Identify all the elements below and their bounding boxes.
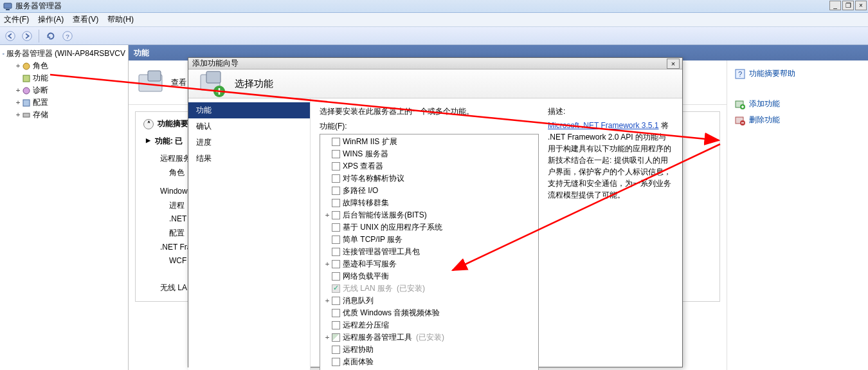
feature-checkbox[interactable] [332,199,340,207]
feature-label: 无线 LAN 服务 [343,283,393,294]
forward-icon[interactable] [21,30,33,42]
add-icon [735,99,745,109]
feature-label: 远程差分压缩 [343,320,389,331]
feature-label: WINS 服务器 [343,149,388,160]
toolbar: ? [0,27,868,45]
feature-tree-item[interactable]: 桌面体验 [321,356,537,368]
feature-tree-item[interactable]: +消息队列 [321,295,537,307]
restore-button[interactable]: ❐ [842,1,854,10]
menu-file[interactable]: 文件(F) [4,14,29,25]
feature-tree-item[interactable]: 对等名称解析协议 [321,172,537,185]
wizard-description: 描述: Microsoft .NET Framework 3.5.1 将 .NE… [548,106,673,370]
expand-toggle[interactable]: + [323,211,332,219]
nav-tree[interactable]: 服务器管理器 (WIN-AP84RSBVCV +角色 功能 +诊断 +配置 +存… [0,45,129,370]
feature-checkbox[interactable] [332,223,340,232]
feature-label: 远程协助 [343,344,374,355]
menu-action[interactable]: 操作(A) [38,14,64,25]
wizard-title: 添加功能向导 [192,58,239,69]
feature-tree-item[interactable]: 连接管理器管理工具包 [321,246,537,258]
feature-tree-item[interactable]: 无线 LAN 服务(已安装) [321,282,537,295]
feature-checkbox[interactable] [332,174,340,183]
tree-diagnostics[interactable]: +诊断 [13,84,127,97]
tree-storage[interactable]: +存储 [13,109,127,121]
feature-tree-item[interactable]: 远程协助 [321,344,537,356]
feature-checkbox[interactable] [332,260,340,268]
config-icon [22,98,31,107]
svg-point-7 [23,63,30,69]
desc-body: 将 .NET Framework 2.0 API 的功能与用于构建具有以下功能的… [548,121,671,199]
feature-checkbox[interactable] [332,162,340,171]
feature-checkbox[interactable] [332,333,340,342]
feature-checkbox[interactable] [332,187,340,195]
feature-checkbox[interactable] [332,358,340,366]
toolbar-separator [39,30,39,42]
feature-checkbox[interactable] [332,236,340,244]
feature-tree-item[interactable]: 远程差分压缩 [321,319,537,331]
svg-text:?: ? [66,32,69,39]
help-link[interactable]: ? 功能摘要帮助 [735,66,860,82]
feature-checkbox[interactable] [332,297,340,305]
feature-checkbox[interactable] [332,272,340,281]
wizard-nav: 功能 确认 进度 结果 [188,98,311,370]
feature-checkbox[interactable] [332,309,340,317]
minimize-button[interactable]: _ [829,1,841,10]
summary-title: 功能摘要 [158,118,188,129]
feature-tree-item[interactable]: 故障转移群集 [321,197,537,209]
tree-root[interactable]: 服务器管理器 (WIN-AP84RSBVCV [1,48,127,60]
tree-roles[interactable]: +角色 [13,60,127,72]
back-icon[interactable] [4,30,17,42]
feature-tree-item[interactable]: +后台智能传送服务(BITS) [321,209,537,221]
svg-rect-8 [23,75,30,82]
feature-tree-item[interactable]: +墨迹和手写服务 [321,258,537,270]
add-features-link[interactable]: 添加功能 [735,96,860,112]
wizard-nav-features[interactable]: 功能 [188,102,310,118]
feature-label: 对等名称解析协议 [343,173,404,184]
close-window-button[interactable]: × [855,1,867,10]
svg-rect-21 [206,71,221,83]
remove-icon [735,115,745,125]
feature-tree-item[interactable]: 网络负载平衡 [321,270,537,282]
feature-tree-item[interactable]: 优质 Windows 音频视频体验 [321,307,537,319]
help-square-icon: ? [735,69,745,79]
feature-checkbox[interactable] [332,346,340,354]
wizard-nav-results[interactable]: 结果 [188,151,310,167]
feature-checkbox[interactable] [332,150,340,158]
wizard-nav-progress[interactable]: 进度 [188,134,310,151]
expand-toggle[interactable]: + [323,260,332,268]
feature-tree-item[interactable]: WINS 服务器 [321,148,537,160]
remove-features-link[interactable]: 删除功能 [735,112,860,128]
expand-toggle[interactable]: + [323,333,332,342]
feature-checkbox[interactable] [332,248,340,256]
wizard-close-button[interactable]: × [667,59,680,69]
tree-features[interactable]: 功能 [13,72,127,84]
wizard-page-title: 选择功能 [235,78,273,90]
feature-checkbox[interactable] [332,138,340,146]
wizard-titlebar[interactable]: 添加功能向导 × [188,58,682,69]
feature-label: WinRM IIS 扩展 [343,136,397,147]
help-icon[interactable]: ? [61,30,74,42]
desc-link[interactable]: Microsoft .NET Framework 3.5.1 [548,121,659,130]
feature-tree-item[interactable]: 多路径 I/O [321,185,537,197]
feature-checkbox[interactable] [332,211,340,219]
feature-label: 消息队列 [343,295,374,306]
search-label: 查看 [171,77,186,88]
refresh-icon[interactable] [44,30,57,42]
feature-tree-item[interactable]: XPS 查看器 [321,160,537,172]
add-features-wizard: 添加功能向导 × 选择功能 功能 确认 进度 结果 选择要安装在此服务器上的一个… [188,57,683,367]
feature-tree-item[interactable]: WinRM IIS 扩展 [321,136,537,148]
wizard-nav-confirm[interactable]: 确认 [188,118,310,134]
menubar: 文件(F) 操作(A) 查看(V) 帮助(H) [0,13,868,27]
svg-point-9 [23,88,30,94]
feature-tree[interactable]: WinRM IIS 扩展WINS 服务器XPS 查看器对等名称解析协议多路径 I… [320,134,539,370]
svg-point-2 [6,31,15,40]
menu-help[interactable]: 帮助(H) [107,14,134,25]
tree-config[interactable]: +配置 [13,97,127,109]
feature-checkbox[interactable] [332,321,340,329]
menu-view[interactable]: 查看(V) [73,14,98,25]
expand-toggle[interactable]: + [323,297,332,305]
feature-label: 远程服务器管理工具 [343,332,412,343]
collapse-icon[interactable]: ˄ [143,119,154,129]
feature-tree-item[interactable]: +远程服务器管理工具(已安装) [321,331,537,344]
feature-tree-item[interactable]: 简单 TCP/IP 服务 [321,234,537,246]
feature-tree-item[interactable]: 基于 UNIX 的应用程序子系统 [321,221,537,234]
